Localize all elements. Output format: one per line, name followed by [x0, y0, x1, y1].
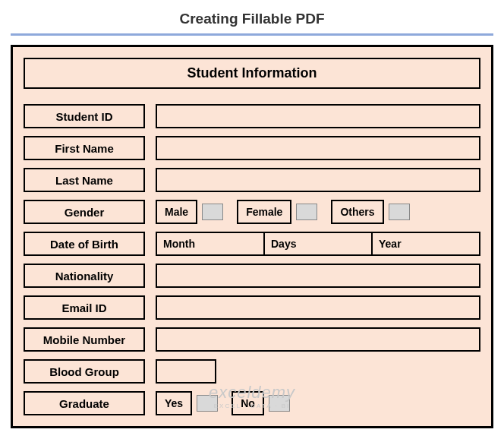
row-last-name: Last Name — [24, 168, 480, 192]
label-gender: Gender — [24, 200, 145, 224]
page-title: Creating Fillable PDF — [0, 0, 504, 33]
label-first-name: First Name — [24, 136, 145, 160]
field-last-name[interactable] — [156, 168, 480, 192]
graduate-no-checkbox[interactable] — [269, 395, 290, 412]
row-email: Email ID — [24, 295, 480, 320]
row-dob: Date of Birth Month Days Year — [24, 232, 480, 256]
label-email: Email ID — [24, 295, 145, 320]
label-nationality: Nationality — [24, 264, 145, 288]
gender-others: Others — [331, 200, 409, 224]
row-blood-group: Blood Group — [24, 359, 480, 384]
gender-others-checkbox[interactable] — [389, 204, 410, 220]
gender-male: Male — [156, 200, 223, 224]
row-gender: Gender Male Female Others — [24, 200, 480, 224]
field-student-id[interactable] — [156, 104, 480, 128]
label-last-name: Last Name — [24, 168, 145, 192]
field-blood-group[interactable] — [156, 359, 216, 384]
gender-male-label: Male — [156, 200, 197, 224]
field-nationality[interactable] — [156, 264, 480, 288]
form-container: Student Information Student ID First Nam… — [11, 45, 493, 428]
gender-female-label: Female — [237, 200, 291, 224]
graduate-options: Yes No — [156, 391, 480, 415]
field-email[interactable] — [156, 295, 480, 320]
label-dob: Date of Birth — [24, 232, 145, 256]
title-underline — [11, 33, 493, 36]
row-mobile: Mobile Number — [24, 327, 480, 352]
label-mobile: Mobile Number — [24, 327, 145, 352]
dob-days[interactable]: Days — [265, 232, 373, 256]
label-student-id: Student ID — [24, 104, 145, 128]
section-title: Student Information — [24, 58, 480, 89]
row-graduate: Graduate Yes No — [24, 391, 480, 415]
gender-male-checkbox[interactable] — [202, 204, 223, 220]
dob-year[interactable]: Year — [373, 232, 480, 256]
dob-month[interactable]: Month — [156, 232, 265, 256]
row-nationality: Nationality — [24, 264, 480, 288]
gender-options: Male Female Others — [156, 200, 480, 224]
graduate-yes: Yes — [156, 391, 218, 415]
dob-fields: Month Days Year — [156, 232, 480, 256]
graduate-yes-label: Yes — [156, 391, 192, 415]
row-student-id: Student ID — [24, 104, 480, 128]
graduate-yes-checkbox[interactable] — [197, 395, 218, 412]
graduate-no-label: No — [232, 391, 264, 415]
label-graduate: Graduate — [24, 391, 145, 415]
label-blood-group: Blood Group — [24, 359, 145, 384]
gender-others-label: Others — [331, 200, 383, 224]
graduate-no: No — [232, 391, 290, 415]
field-mobile[interactable] — [156, 327, 480, 352]
row-first-name: First Name — [24, 136, 480, 160]
gender-female: Female — [237, 200, 317, 224]
gender-female-checkbox[interactable] — [296, 204, 317, 220]
field-first-name[interactable] — [156, 136, 480, 160]
